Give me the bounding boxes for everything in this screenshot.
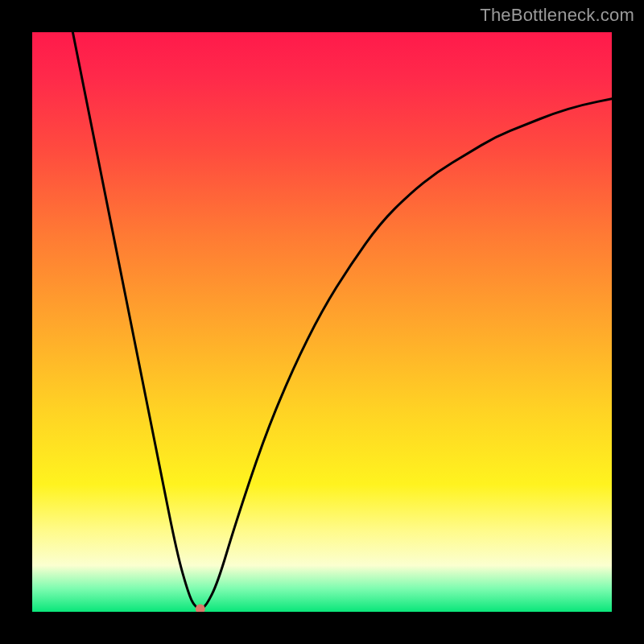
watermark-text: TheBottleneck.com <box>480 5 634 26</box>
chart-svg <box>32 32 612 612</box>
bottleneck-curve-line <box>72 32 612 609</box>
minimum-marker-dot <box>196 604 205 612</box>
chart-plot-area <box>32 32 612 612</box>
chart-frame: TheBottleneck.com <box>0 0 644 644</box>
